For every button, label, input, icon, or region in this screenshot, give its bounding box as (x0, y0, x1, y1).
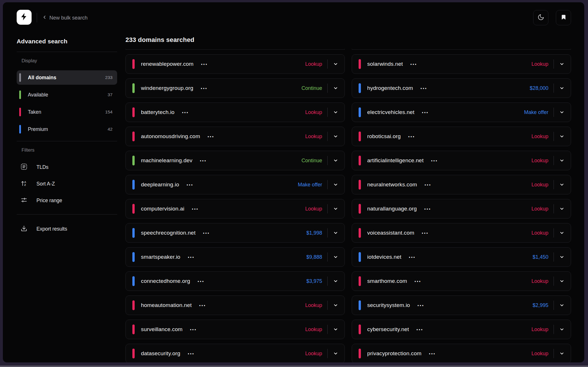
domain-status[interactable]: Continue (301, 158, 322, 164)
domain-row[interactable]: electricvehicles.net ••• Make offer (352, 103, 571, 122)
domain-menu-button[interactable]: ••• (408, 134, 415, 139)
domain-status[interactable]: $9,888 (306, 254, 322, 260)
domain-row[interactable]: solarwinds.net ••• Lookup (352, 54, 571, 74)
domain-row[interactable]: neuralnetworks.com ••• Lookup (352, 175, 571, 194)
domain-menu-button[interactable]: ••• (431, 158, 438, 163)
domain-menu-button[interactable]: ••• (417, 327, 423, 332)
filter-sort-az[interactable]: AZ Sort A-Z (17, 177, 117, 190)
export-results-button[interactable]: Export results (17, 223, 117, 235)
bookmarks-button[interactable] (556, 10, 571, 25)
domain-status[interactable]: Lookup (531, 278, 548, 284)
chevron-down-icon[interactable] (333, 230, 338, 235)
domain-row[interactable]: windenergygroup.org ••• Continue (125, 78, 345, 98)
domain-row[interactable]: privacyprotection.com ••• Lookup (352, 344, 571, 362)
domain-menu-button[interactable]: ••• (422, 231, 429, 235)
chevron-down-icon[interactable] (559, 254, 564, 260)
filter-price-range[interactable]: Price range (17, 194, 117, 207)
chevron-down-icon[interactable] (559, 230, 564, 235)
domain-menu-button[interactable]: ••• (190, 327, 197, 332)
domain-status[interactable]: Lookup (305, 351, 322, 357)
domain-row[interactable]: artificialintelligence.net ••• Lookup (352, 151, 571, 170)
domain-menu-button[interactable]: ••• (200, 158, 207, 163)
domain-menu-button[interactable]: ••• (429, 351, 436, 356)
domain-menu-button[interactable]: ••• (199, 303, 206, 308)
domain-row[interactable]: smarthome.com ••• Lookup (352, 271, 571, 291)
domain-row[interactable]: surveillance.com ••• Lookup (125, 320, 345, 339)
domain-row[interactable]: computervision.ai ••• Lookup (125, 199, 345, 219)
chevron-down-icon[interactable] (559, 134, 564, 139)
domain-status[interactable]: $28,000 (530, 85, 548, 91)
chevron-down-icon[interactable] (559, 206, 564, 211)
chevron-down-icon[interactable] (333, 134, 338, 139)
domain-menu-button[interactable]: ••• (201, 86, 208, 90)
domain-row[interactable]: datasecurity.org ••• Lookup (125, 344, 345, 362)
domain-menu-button[interactable]: ••• (424, 206, 431, 211)
domain-menu-button[interactable]: ••• (187, 182, 194, 187)
domain-menu-button[interactable]: ••• (409, 255, 416, 259)
chevron-down-icon[interactable] (333, 158, 338, 163)
domain-menu-button[interactable]: ••• (198, 279, 204, 283)
domain-status[interactable]: Lookup (531, 351, 548, 357)
domain-status[interactable]: Lookup (531, 327, 548, 333)
sidebar-display-item[interactable]: Premium 42 (17, 122, 117, 136)
chevron-down-icon[interactable] (559, 279, 564, 284)
domain-menu-button[interactable]: ••• (410, 62, 417, 66)
domain-menu-button[interactable]: ••• (201, 62, 208, 66)
domain-status[interactable]: Lookup (305, 61, 322, 67)
domain-status[interactable]: Make offer (298, 182, 322, 188)
domain-status[interactable]: Lookup (531, 230, 548, 236)
domain-row[interactable]: smartspeaker.io ••• $9,888 (125, 247, 345, 267)
domain-menu-button[interactable]: ••• (182, 110, 189, 115)
chevron-down-icon[interactable] (559, 110, 564, 115)
chevron-down-icon[interactable] (333, 279, 338, 284)
domain-row[interactable]: connectedhome.org ••• $3,975 (125, 271, 345, 291)
domain-row[interactable]: speechrecognition.net ••• $1,998 (125, 223, 345, 243)
back-button[interactable]: New bulk search (42, 13, 88, 23)
domain-status[interactable]: Lookup (531, 158, 548, 164)
chevron-down-icon[interactable] (559, 86, 564, 91)
chevron-down-icon[interactable] (559, 61, 564, 67)
domain-status[interactable]: Continue (301, 85, 322, 91)
domain-status[interactable]: $1,450 (533, 254, 548, 260)
chevron-down-icon[interactable] (333, 182, 338, 187)
domain-row[interactable]: batterytech.io ••• Lookup (125, 103, 345, 122)
domain-menu-button[interactable]: ••• (417, 303, 424, 308)
domain-status[interactable]: Lookup (531, 134, 548, 140)
domain-menu-button[interactable]: ••• (192, 206, 199, 211)
domain-status[interactable]: $3,975 (306, 278, 322, 284)
domain-status[interactable]: Lookup (531, 182, 548, 188)
domain-menu-button[interactable]: ••• (425, 182, 432, 187)
filter-tlds[interactable]: TLDs (17, 161, 117, 173)
domain-menu-button[interactable]: ••• (421, 86, 428, 90)
domain-menu-button[interactable]: ••• (203, 231, 210, 235)
sidebar-display-item[interactable]: Available 37 (17, 88, 117, 102)
chevron-down-icon[interactable] (333, 110, 338, 115)
chevron-down-icon[interactable] (333, 86, 338, 91)
chevron-down-icon[interactable] (559, 182, 564, 187)
sidebar-display-item[interactable]: All domains 233 (17, 70, 117, 85)
domain-row[interactable]: securitysystem.io ••• $2,995 (352, 295, 571, 315)
domain-status[interactable]: $1,998 (306, 230, 322, 236)
chevron-down-icon[interactable] (333, 206, 338, 211)
domain-row[interactable]: renewablepower.com ••• Lookup (125, 54, 345, 74)
domain-row[interactable]: cybersecurity.net ••• Lookup (352, 320, 571, 339)
chevron-down-icon[interactable] (559, 158, 564, 163)
chevron-down-icon[interactable] (559, 327, 564, 332)
domain-row[interactable]: iotdevices.net ••• $1,450 (352, 247, 571, 267)
domain-status[interactable]: Lookup (305, 109, 322, 115)
domain-menu-button[interactable]: ••• (188, 351, 195, 356)
domain-menu-button[interactable]: ••• (415, 279, 421, 283)
domain-status[interactable]: $2,995 (533, 302, 548, 308)
domain-status[interactable]: Make offer (524, 109, 548, 115)
domain-status[interactable]: Lookup (305, 327, 322, 333)
chevron-down-icon[interactable] (333, 254, 338, 260)
domain-menu-button[interactable]: ••• (188, 255, 195, 259)
domain-row[interactable]: homeautomation.net ••• Lookup (125, 295, 345, 315)
domain-status[interactable]: Lookup (305, 134, 322, 140)
domain-row[interactable]: autonomousdriving.com ••• Lookup (125, 127, 345, 146)
chevron-down-icon[interactable] (333, 61, 338, 67)
sidebar-display-item[interactable]: Taken 154 (17, 105, 117, 119)
domain-status[interactable]: Lookup (305, 206, 322, 212)
chevron-down-icon[interactable] (333, 303, 338, 308)
theme-toggle-button[interactable] (533, 10, 548, 25)
